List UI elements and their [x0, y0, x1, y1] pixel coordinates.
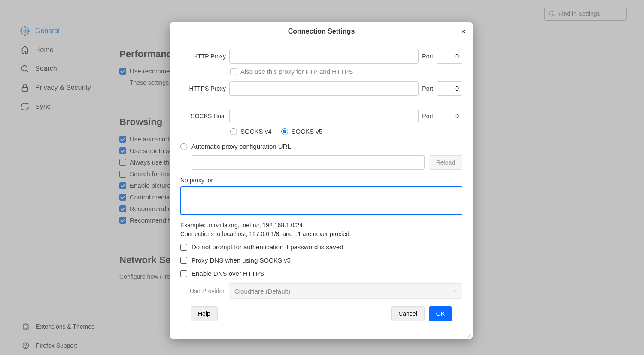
radio-label: SOCKS v4	[240, 128, 272, 135]
help-button[interactable]: Help	[191, 306, 218, 321]
dialog-footer: Help Cancel OK	[180, 306, 462, 330]
localhost-hint: Connections to localhost, 127.0.0.1/8, a…	[180, 230, 462, 237]
resize-grip[interactable]	[466, 332, 472, 338]
chevron-down-icon	[452, 288, 457, 294]
http-port-input[interactable]	[437, 49, 462, 64]
close-icon	[460, 28, 467, 35]
socks-port-input[interactable]	[437, 109, 462, 123]
dialog-title: Connection Settings	[288, 28, 355, 35]
enable-doh-checkbox[interactable]	[180, 270, 187, 277]
port-label: Port	[422, 53, 433, 60]
checkbox-label: Proxy DNS when using SOCKS v5	[191, 257, 291, 264]
https-proxy-label: HTTPS Proxy	[180, 85, 226, 92]
socks-v5-radio[interactable]	[281, 128, 288, 135]
provider-value: Cloudflare (Default)	[234, 288, 290, 295]
socks-host-label: SOCKS Host	[180, 113, 226, 119]
checkbox-label: Enable DNS over HTTPS	[191, 270, 264, 277]
use-provider-label: Use Provider	[190, 288, 225, 294]
no-proxy-label: No proxy for	[180, 177, 462, 184]
http-proxy-label: HTTP Proxy	[180, 53, 226, 60]
radio-label: Automatic proxy configuration URL	[191, 143, 291, 150]
also-ftp-https-checkbox[interactable]	[230, 68, 237, 75]
no-auth-prompt-checkbox[interactable]	[180, 244, 187, 251]
https-proxy-input[interactable]	[229, 81, 419, 96]
dialog-header: Connection Settings	[170, 22, 473, 40]
close-button[interactable]	[458, 26, 468, 37]
socks-v4-radio[interactable]	[230, 128, 237, 135]
connection-settings-dialog: Connection Settings HTTP Proxy Port Also…	[170, 22, 473, 339]
radio-label: SOCKS v5	[292, 128, 323, 135]
pac-url-input[interactable]	[191, 155, 425, 170]
example-hint: Example: .mozilla.org, .net.nz, 192.168.…	[180, 222, 462, 229]
reload-button[interactable]: Reload	[429, 155, 462, 170]
checkbox-label: Do not prompt for authentication if pass…	[191, 243, 343, 251]
auto-pac-radio[interactable]	[180, 143, 187, 150]
ok-button[interactable]: OK	[429, 306, 452, 321]
socks-host-input[interactable]	[229, 109, 419, 123]
port-label: Port	[422, 85, 433, 92]
dialog-body[interactable]: HTTP Proxy Port Also use this proxy for …	[170, 40, 473, 339]
proxy-dns-socks5-checkbox[interactable]	[180, 257, 187, 264]
no-proxy-textarea[interactable]	[180, 186, 462, 215]
checkbox-label: Also use this proxy for FTP and HTTPS	[240, 68, 353, 75]
provider-select[interactable]: Cloudflare (Default)	[229, 283, 462, 299]
http-proxy-input[interactable]	[229, 49, 419, 64]
https-port-input[interactable]	[437, 81, 462, 96]
cancel-button[interactable]: Cancel	[391, 306, 425, 321]
port-label: Port	[422, 113, 433, 119]
